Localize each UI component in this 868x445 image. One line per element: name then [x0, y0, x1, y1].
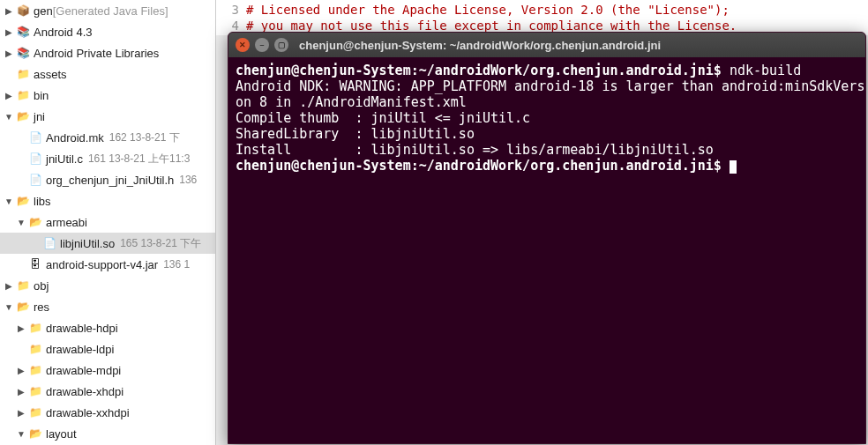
expander-icon[interactable]: ▶	[16, 365, 26, 375]
tree-meta: 136	[179, 174, 197, 186]
file-icon	[28, 152, 42, 166]
tree-item-layout[interactable]: ▼ layout	[0, 423, 215, 444]
tree-item-bin[interactable]: ▶ bin	[0, 85, 215, 106]
tree-label: Android 4.3	[34, 26, 93, 39]
tree-item-res[interactable]: ▼ res	[0, 296, 215, 317]
tree-label: jni	[34, 110, 45, 123]
folder-icon	[28, 426, 42, 441]
tree-label: libjniUtil.so	[60, 237, 115, 250]
tree-item-android43[interactable]: ▶ Android 4.3	[0, 21, 215, 42]
expander-icon[interactable]: ▼	[4, 301, 14, 312]
terminal-window[interactable]: ✕ – ▢ chenjun@chenjun-System: ~/androidW…	[228, 32, 866, 444]
expander-spacer	[16, 153, 26, 164]
tree-label: Android.mk	[46, 131, 104, 145]
expander-spacer	[16, 344, 26, 354]
folder-icon	[16, 300, 30, 314]
expander-icon[interactable]: ▶	[16, 323, 26, 333]
tree-item-libs[interactable]: ▼ libs	[0, 190, 215, 211]
tree-item-armeabi[interactable]: ▼ armeabi	[0, 211, 215, 233]
tree-label: libs	[34, 195, 51, 208]
terminal-prompt: chenjun@chenjun-System:~/androidWork/org…	[236, 63, 730, 78]
expander-icon[interactable]: ▼	[4, 196, 14, 206]
terminal-cursor	[730, 160, 737, 174]
expander-icon[interactable]: ▶	[16, 407, 26, 418]
terminal-command: ndk-build	[730, 63, 801, 78]
tree-label: Android Private Libraries	[34, 47, 159, 60]
tree-item-drawable-mdpi[interactable]: ▶ drawable-mdpi	[0, 360, 215, 381]
jar-icon	[28, 257, 42, 271]
library-icon	[16, 25, 30, 39]
tree-item-assets[interactable]: assets	[0, 63, 215, 85]
folder-icon	[28, 384, 42, 398]
expander-icon[interactable]: ▼	[4, 111, 14, 122]
folder-icon	[16, 194, 30, 208]
line-number: 3	[221, 2, 239, 18]
expander-icon[interactable]: ▶	[16, 386, 26, 397]
tree-item-support-jar[interactable]: android-support-v4.jar 136 1	[0, 254, 215, 275]
package-icon	[16, 4, 30, 18]
terminal-line: SharedLibrary : libjniUtil.so	[236, 126, 475, 142]
project-tree[interactable]: ▶ gen [Generated Java Files] ▶ Android 4…	[0, 0, 216, 445]
tree-label: layout	[46, 427, 77, 441]
terminal-line: Android NDK: WARNING: APP_PLATFORM andro…	[236, 78, 866, 94]
expander-icon[interactable]: ▶	[4, 90, 14, 100]
code-comment: # you may not use this file except in co…	[246, 19, 737, 33]
terminal-line: on 8 in ./AndroidManifest.xml	[236, 94, 498, 110]
editor-line: 3# Licensed under the Apache License, Ve…	[221, 2, 863, 18]
tree-label: drawable-xhdpi	[46, 385, 123, 398]
expander-spacer	[16, 174, 26, 185]
tree-item-drawable-xxhdpi[interactable]: ▶ drawable-xxhdpi	[0, 402, 215, 423]
folder-icon	[16, 109, 30, 123]
code-comment: # Licensed under the Apache License, Ver…	[246, 3, 730, 17]
tree-meta: 165 13-8-21 下午	[120, 236, 201, 251]
tree-label: org_chenjun_jni_JniUtil.h	[46, 174, 174, 187]
library-icon	[16, 46, 30, 60]
expander-spacer	[30, 238, 41, 248]
expander-icon[interactable]: ▶	[4, 5, 14, 16]
expander-icon[interactable]: ▶	[4, 26, 14, 37]
tree-item-jniutil-h[interactable]: org_chenjun_jni_JniUtil.h 136	[0, 169, 215, 190]
terminal-output[interactable]: chenjun@chenjun-System:~/androidWork/org…	[228, 57, 865, 179]
tree-label: armeabi	[46, 216, 87, 229]
expander-spacer	[16, 259, 26, 270]
terminal-title: chenjun@chenjun-System: ~/androidWork/or…	[299, 39, 661, 52]
folder-icon	[16, 278, 30, 293]
tree-item-drawable-xhdpi[interactable]: ▶ drawable-xhdpi	[0, 381, 215, 402]
tree-item-drawable-hdpi[interactable]: ▶ drawable-hdpi	[0, 317, 215, 338]
expander-spacer	[4, 69, 14, 79]
tree-label: gen	[34, 4, 53, 18]
tree-item-android-mk[interactable]: Android.mk 162 13-8-21 下	[0, 127, 215, 148]
tree-meta: 136 1	[163, 258, 190, 271]
tree-suffix: [Generated Java Files]	[53, 4, 168, 18]
tree-label: drawable-xxhdpi	[46, 406, 130, 419]
tree-label: drawable-ldpi	[46, 343, 114, 356]
tree-label: android-support-v4.jar	[46, 258, 158, 271]
tree-item-jniutil-c[interactable]: jniUtil.c 161 13-8-21 上午11:3	[0, 148, 215, 169]
tree-item-libjniutil-so[interactable]: libjniUtil.so 165 13-8-21 下午	[0, 233, 215, 254]
folder-icon	[28, 405, 42, 419]
tree-item-android-private-libs[interactable]: ▶ Android Private Libraries	[0, 42, 215, 63]
terminal-prompt: chenjun@chenjun-System:~/androidWork/org…	[236, 158, 730, 174]
tree-label: res	[34, 300, 49, 314]
code-editor[interactable]: 3# Licensed under the Apache License, Ve…	[216, 0, 868, 35]
terminal-line: Compile thumb : jniUtil <= jniUtil.c	[236, 110, 530, 126]
minimize-icon[interactable]: –	[255, 38, 269, 52]
maximize-icon[interactable]: ▢	[274, 38, 288, 52]
expander-icon[interactable]: ▼	[16, 428, 26, 439]
tree-item-obj[interactable]: ▶ obj	[0, 275, 215, 296]
folder-icon	[16, 88, 30, 102]
file-icon	[28, 130, 42, 145]
close-icon[interactable]: ✕	[236, 38, 250, 52]
tree-item-gen[interactable]: ▶ gen [Generated Java Files]	[0, 0, 215, 21]
expander-icon[interactable]: ▼	[16, 217, 26, 227]
tree-label: drawable-hdpi	[46, 322, 118, 335]
terminal-titlebar[interactable]: ✕ – ▢ chenjun@chenjun-System: ~/androidW…	[228, 33, 865, 57]
tree-item-drawable-ldpi[interactable]: drawable-ldpi	[0, 338, 215, 360]
tree-label: drawable-mdpi	[46, 364, 121, 377]
expander-icon[interactable]: ▶	[4, 48, 14, 58]
file-icon	[28, 173, 42, 187]
expander-icon[interactable]: ▶	[4, 280, 14, 291]
tree-item-jni[interactable]: ▼ jni	[0, 106, 215, 127]
folder-icon	[16, 67, 30, 81]
tree-meta: 162 13-8-21 下	[109, 130, 180, 145]
